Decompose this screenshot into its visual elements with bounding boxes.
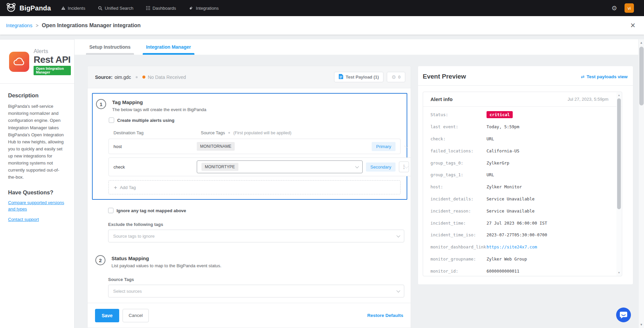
- page-scrollbar: ▲ ▼: [638, 39, 644, 328]
- alert-info-row: incident_time:27 Jul 2023 06:00:00 IST: [430, 217, 622, 229]
- save-button[interactable]: Save: [95, 309, 119, 322]
- source-status-text: No Data Received: [148, 75, 186, 80]
- nav-item-unified-search[interactable]: Unified Search: [98, 6, 133, 11]
- alert-info-value: Zylker Monitor: [487, 184, 522, 189]
- scrollbar-thumb[interactable]: [639, 47, 644, 105]
- app-root: BigPanda IncidentsUnified SearchDashboar…: [0, 0, 644, 328]
- user-avatar[interactable]: vi: [625, 3, 634, 13]
- alert-info-row: Status:critical: [430, 109, 622, 121]
- alert-info-key: group_tags_0:: [430, 160, 487, 166]
- ignore-tags-checkbox[interactable]: [108, 208, 113, 213]
- test-payloads-view-link[interactable]: ⇄ Test payloads view: [581, 74, 628, 79]
- integration-config-card: Source: oim.gdc No Data Received: [87, 66, 411, 328]
- scroll-down-arrow[interactable]: ▼: [616, 271, 622, 274]
- status-mapping-subtitle: List payload values to map to the BigPan…: [111, 263, 221, 268]
- multiple-alerts-checkbox[interactable]: [109, 118, 114, 123]
- chevron-down-icon: [397, 234, 400, 237]
- breadcrumb: Integrations > Open Integrations Manager…: [0, 16, 644, 35]
- alert-info-row: failed_locations:California-US: [430, 145, 622, 157]
- alert-info-value: Zylker Web Group: [487, 256, 527, 262]
- payload-count: 0: [398, 75, 401, 80]
- alert-info-value: Today, 5:59pm: [487, 124, 519, 129]
- plus-icon: +: [114, 185, 117, 190]
- monitor-dashboard-link[interactable]: https://site24x7.com: [487, 244, 537, 249]
- nav-item-dashboards[interactable]: Dashboards: [146, 6, 176, 11]
- event-preview-panel: Event Preview ⇄ Test payloads view Alert…: [418, 66, 633, 285]
- sidebar-link-contact-support[interactable]: Contact support: [8, 217, 66, 223]
- main-region: Setup InstructionsIntegration Manager So…: [75, 35, 638, 328]
- row-action-chevron-icon: [404, 144, 409, 148]
- mapping-column-headers: Destination Tag Source Tags (First popul…: [113, 130, 402, 135]
- payload-settings-button[interactable]: ⚙ 0: [387, 72, 405, 82]
- alert-info-row: last event:Today, 5:59pm: [430, 121, 622, 133]
- sidebar: Alerts Rest API Open Integration Manager…: [0, 39, 75, 328]
- source-tag-chip[interactable]: MONITORTYPE: [201, 163, 238, 171]
- multiple-alerts-label: Create multiple alerts using: [117, 118, 175, 123]
- settings-gear-icon[interactable]: ⚙: [611, 5, 617, 11]
- source-actions: Test Payload (1) ⚙ 0: [334, 72, 405, 82]
- nav-item-integrations[interactable]: Integrations: [189, 6, 219, 11]
- description-heading: Description: [8, 92, 66, 99]
- tab-integration-manager[interactable]: Integration Manager: [143, 39, 194, 55]
- alert-info-row: incident_reason:Service Unavailable: [430, 205, 622, 217]
- step-number: 2: [95, 255, 105, 265]
- status-source-tags-label: Source Tags: [108, 277, 411, 282]
- alert-info-key: check:: [430, 136, 487, 141]
- chat-launcher-button[interactable]: [616, 308, 631, 322]
- tag-mapping-title: Tag Mapping: [112, 99, 206, 105]
- scroll-down-arrow[interactable]: ▼: [639, 323, 644, 326]
- tag-mapping-header: 1 Tag Mapping The below tags will create…: [96, 99, 402, 112]
- no-data-status-dot: [142, 76, 145, 79]
- nav-item-label: Incidents: [68, 6, 85, 11]
- form-footer: Save Cancel Restore Defaults: [88, 303, 411, 328]
- document-icon: [339, 74, 343, 80]
- destination-tag-header: Destination Tag: [113, 130, 201, 135]
- tag-priority-badge[interactable]: Primary: [372, 142, 396, 151]
- alert-info-key: incident_time:: [430, 221, 487, 226]
- close-icon[interactable]: ×: [630, 21, 635, 30]
- alert-info-value: ZylkerGrp: [487, 160, 509, 166]
- status-sources-input[interactable]: [113, 289, 397, 294]
- restore-defaults-link[interactable]: Restore Defaults: [367, 313, 403, 318]
- tag-mapping-row: hostMONITORNAMEPrimary: [108, 139, 401, 154]
- source-tag-dropdown[interactable]: MONITORTYPE: [197, 160, 363, 173]
- cancel-button[interactable]: Cancel: [123, 309, 149, 322]
- scrollbar-thumb[interactable]: [617, 98, 621, 209]
- add-tag-button[interactable]: + Add Tag: [108, 180, 401, 194]
- exclude-tags-select[interactable]: [108, 230, 404, 242]
- tag-priority-badge[interactable]: Secondary: [366, 162, 396, 172]
- alert-info-key: Status:: [430, 112, 487, 117]
- tag-mapping-row-box: checkMONITORTYPESecondary⋮: [108, 157, 411, 176]
- chevron-down-icon: [397, 289, 400, 292]
- alert-info-row: group_tags_0:ZylkerGrp: [430, 157, 622, 169]
- status-sources-select[interactable]: [108, 285, 404, 297]
- alert-info-key: monitor_id:: [430, 269, 487, 274]
- breadcrumb-integrations-link[interactable]: Integrations: [6, 22, 32, 28]
- alert-info-row: monitor_dashboard_link:https://site24x7.…: [430, 241, 622, 253]
- integration-logo-card: Alerts Rest API Open Integration Manager: [0, 40, 74, 84]
- alert-info-value: 2023-07-27T05:30:00-0700: [487, 232, 547, 237]
- alert-info-key: incident_details:: [430, 196, 487, 201]
- source-tag-area: MONITORTYPE: [197, 160, 363, 173]
- exclude-tags-input[interactable]: [113, 234, 397, 239]
- add-tag-label: Add Tag: [120, 185, 136, 190]
- config-card-body: 1 Tag Mapping The below tags will create…: [88, 88, 411, 303]
- ignore-tags-row: Ignore any tag not mapped above: [108, 208, 411, 213]
- source-tag-chip[interactable]: MONITORNAME: [197, 142, 235, 151]
- alert-info-header: Alert info Jul 27, 2023, 5:59pm: [423, 92, 622, 107]
- scroll-up-arrow[interactable]: ▲: [639, 41, 644, 44]
- test-payload-button[interactable]: Test Payload (1): [334, 72, 384, 82]
- sidebar-link-compare-supported-versio[interactable]: Compare supported versions and types: [8, 200, 66, 213]
- test-payloads-view-label: Test payloads view: [587, 74, 628, 79]
- nav-item-incidents[interactable]: Incidents: [61, 6, 85, 11]
- brand[interactable]: BigPanda: [6, 2, 51, 14]
- scroll-up-arrow[interactable]: ▲: [616, 94, 622, 97]
- alert-info-value: Service Unavailable: [487, 196, 535, 201]
- tab-setup-instructions[interactable]: Setup Instructions: [86, 39, 134, 55]
- logo-title: Rest API: [34, 55, 71, 64]
- separator-dot: [136, 76, 138, 78]
- chevron-down-icon: [355, 165, 359, 168]
- step-number: 1: [96, 99, 106, 109]
- alert-info-row: incident_details:Service Unavailable: [430, 193, 622, 205]
- sidebar-links: Compare supported versions and typesCont…: [8, 200, 66, 223]
